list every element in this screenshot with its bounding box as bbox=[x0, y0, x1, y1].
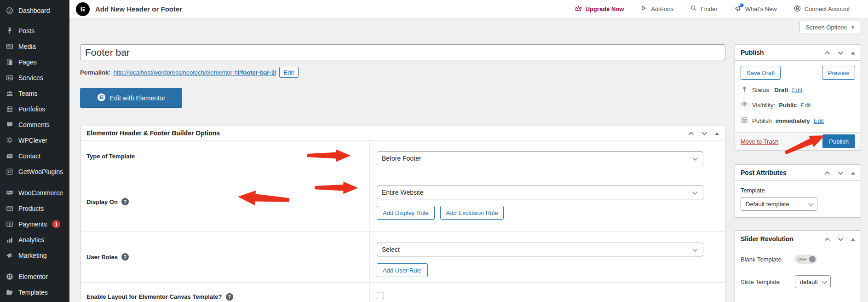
arrows-updown-icon bbox=[5, 167, 14, 176]
schedule-edit-link[interactable]: Edit bbox=[814, 117, 824, 124]
add-display-rule-button[interactable]: Add Display Rule bbox=[377, 206, 435, 220]
envelope-icon bbox=[5, 151, 14, 161]
editor-main-column: Permalink: http://localhost/wordpress/ne… bbox=[80, 44, 725, 302]
sidebar-item-portfolios[interactable]: Portfolios bbox=[0, 101, 69, 117]
chevron-down-icon bbox=[692, 246, 697, 251]
calendar-grid-icon bbox=[5, 105, 14, 114]
blank-template-row: Blank Template OFF bbox=[741, 255, 855, 264]
id-card-icon bbox=[5, 73, 14, 82]
canvas-help-icon[interactable]: ? bbox=[226, 293, 233, 301]
caret-down-icon: ▼ bbox=[851, 25, 855, 30]
display-on-select[interactable]: Entire Website bbox=[377, 186, 703, 199]
screen-options-button[interactable]: Screen Options ▼ bbox=[799, 21, 861, 34]
woo-bubble-icon: Woo bbox=[5, 188, 14, 197]
toggle-panel-icon[interactable] bbox=[715, 129, 719, 137]
svg-text:Woo: Woo bbox=[7, 192, 12, 194]
add-exclusion-rule-button[interactable]: Add Exclusion Rule bbox=[440, 206, 504, 220]
move-up-icon[interactable] bbox=[824, 49, 830, 56]
post-attributes-title: Post Attributes bbox=[741, 169, 787, 176]
row-display-on: Display On ? Entire Website Add Display … bbox=[80, 172, 725, 231]
addons-icon bbox=[640, 5, 648, 13]
sidebar-item-services[interactable]: Services bbox=[0, 70, 69, 86]
type-of-template-select[interactable]: Before Footer bbox=[377, 151, 703, 165]
permalink-row: Permalink: http://localhost/wordpress/ne… bbox=[80, 67, 725, 78]
comment-icon bbox=[5, 120, 14, 129]
publish-button[interactable]: Publish bbox=[822, 134, 855, 148]
sidebar-item-posts[interactable]: Posts bbox=[0, 23, 69, 39]
user-roles-select[interactable]: Select bbox=[377, 243, 703, 256]
sidebar-item-dashboard[interactable]: Dashboard bbox=[0, 3, 69, 18]
schedule-row: Publish immediately Edit bbox=[741, 116, 855, 125]
sidebar-item-woocommerce[interactable]: Woo WooCommerce bbox=[0, 185, 69, 201]
preview-button[interactable]: Preview bbox=[822, 66, 855, 80]
visibility-row: Visibility: Public Edit bbox=[741, 100, 855, 110]
slider-revolution-box: Slider Revolution Blank Template OFF Sli… bbox=[735, 230, 861, 302]
save-draft-button[interactable]: Save Draft bbox=[741, 66, 781, 80]
move-to-trash-link[interactable]: Move to Trash bbox=[741, 138, 778, 145]
slide-template-select[interactable]: default bbox=[795, 275, 831, 288]
upgrade-now-button[interactable]: Upgrade Now bbox=[575, 5, 624, 14]
canvas-template-checkbox[interactable] bbox=[377, 292, 384, 299]
blank-template-toggle[interactable]: OFF bbox=[795, 255, 817, 264]
row-user-roles: User Roles ? Select Add User Rule bbox=[80, 231, 725, 282]
ehf-options-metabox: Elementor Header & Footer Builder Option… bbox=[80, 126, 725, 302]
permalink-link[interactable]: http://localhost/wordpress/neotech/eleme… bbox=[113, 69, 276, 76]
move-down-icon[interactable] bbox=[838, 235, 844, 243]
move-down-icon[interactable] bbox=[838, 169, 844, 176]
visibility-edit-link[interactable]: Edit bbox=[800, 102, 811, 109]
sidebar-item-wpclever[interactable]: WPClever bbox=[0, 133, 69, 148]
elementor-top-bar: Add New Header or Footer Upgrade Now Add… bbox=[69, 0, 868, 18]
move-up-icon[interactable] bbox=[824, 235, 830, 243]
sidebar-item-analytics[interactable]: Analytics bbox=[0, 232, 69, 248]
admin-sidebar: Dashboard Posts Media Pages Services Tea… bbox=[0, 0, 69, 302]
sidebar-item-comments[interactable]: Comments bbox=[0, 117, 69, 133]
toggle-panel-icon[interactable] bbox=[851, 235, 855, 243]
publish-box-title: Publish bbox=[741, 49, 764, 56]
whats-new-button[interactable]: What's New bbox=[734, 5, 777, 14]
sidebar-item-templates[interactable]: Templates bbox=[0, 285, 69, 300]
pushpin-icon bbox=[5, 26, 14, 35]
add-user-rule-button[interactable]: Add User Rule bbox=[377, 263, 428, 277]
user-roles-help-icon[interactable]: ? bbox=[121, 253, 129, 261]
sidebar-item-marketing[interactable]: Marketing bbox=[0, 248, 69, 263]
template-select[interactable]: Default template bbox=[741, 197, 817, 211]
sidebar-item-getwooplugins[interactable]: GetWooPlugins bbox=[0, 164, 69, 180]
move-down-icon[interactable] bbox=[838, 49, 844, 56]
account-icon bbox=[793, 5, 801, 14]
finder-button[interactable]: Finder bbox=[690, 5, 718, 13]
svg-text:$: $ bbox=[9, 222, 11, 226]
toggle-panel-icon[interactable] bbox=[851, 169, 855, 176]
dashboard-icon bbox=[5, 6, 14, 15]
slider-revolution-title: Slider Revolution bbox=[741, 235, 793, 243]
move-down-icon[interactable] bbox=[701, 129, 707, 137]
sidebar-item-contact[interactable]: Contact bbox=[0, 148, 69, 164]
eye-icon bbox=[741, 100, 748, 110]
move-up-icon[interactable] bbox=[688, 129, 694, 137]
calendar-icon bbox=[741, 116, 748, 125]
search-icon bbox=[690, 5, 697, 13]
sidebar-item-products[interactable]: Products bbox=[0, 201, 69, 216]
connect-account-button[interactable]: Connect Account bbox=[793, 5, 850, 14]
status-edit-link[interactable]: Edit bbox=[792, 87, 802, 93]
display-on-help-icon[interactable]: ? bbox=[121, 198, 129, 205]
move-up-icon[interactable] bbox=[824, 169, 830, 176]
sidebar-item-pages[interactable]: Pages bbox=[0, 54, 69, 70]
sidebar-item-teams[interactable]: Teams bbox=[0, 86, 69, 101]
bar-chart-icon bbox=[5, 235, 14, 244]
megaphone-icon bbox=[5, 251, 14, 260]
permalink-edit-button[interactable]: Edit bbox=[279, 67, 299, 78]
row-type-of-template: Type of Template Before Footer bbox=[80, 140, 725, 172]
toggle-panel-icon[interactable] bbox=[851, 49, 855, 56]
folder-icon bbox=[5, 288, 14, 297]
post-title-input[interactable] bbox=[80, 44, 725, 60]
sidebar-item-elementor[interactable]: Elementor bbox=[0, 269, 69, 285]
pages-icon bbox=[5, 58, 14, 67]
edit-with-elementor-button[interactable]: Edit with Elementor bbox=[80, 88, 182, 108]
toggle-knob bbox=[809, 256, 816, 262]
sidebar-item-media[interactable]: Media bbox=[0, 39, 69, 54]
lightbulb-icon bbox=[5, 136, 14, 145]
addons-button[interactable]: Add-ons bbox=[640, 5, 673, 13]
editor-side-column: Publish Save Draft Preview Status: Draft… bbox=[735, 44, 861, 302]
sidebar-item-payments[interactable]: $ Payments 1 bbox=[0, 216, 69, 232]
crown-icon bbox=[575, 5, 582, 14]
